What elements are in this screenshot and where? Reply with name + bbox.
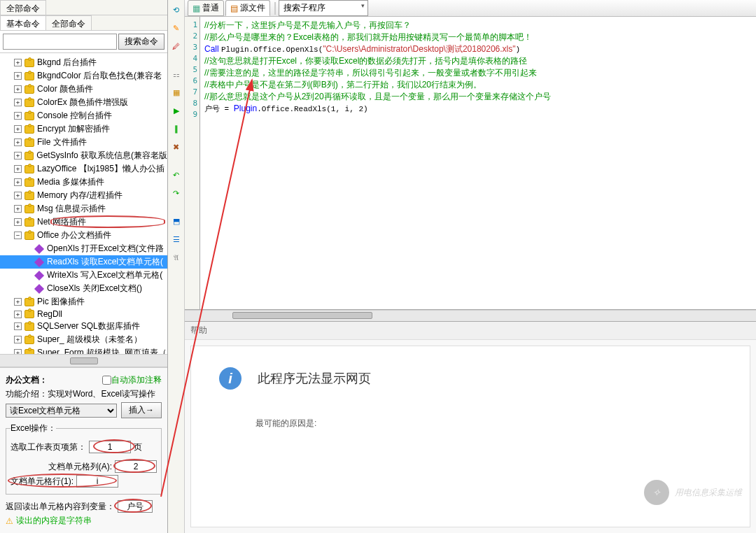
expander-icon[interactable]: + [14, 298, 22, 306]
tree-item[interactable]: +Encrypt 加解密插件 [0, 122, 167, 136]
expander-icon[interactable]: + [14, 72, 22, 80]
tree-item[interactable]: +File 文件插件 [0, 136, 167, 149]
expander-icon[interactable]: + [14, 218, 22, 226]
diamond-icon [34, 283, 44, 293]
search-input[interactable] [3, 34, 117, 50]
tree-item[interactable]: +Super_ 超级模块（未签名） [0, 333, 167, 346]
warn-icon: ⚠ [6, 516, 13, 526]
tab-all[interactable]: 全部命令 [46, 15, 92, 30]
tree-label: Bkgnd 后台插件 [37, 57, 97, 69]
expander-icon[interactable]: + [14, 336, 22, 343]
tool-5[interactable]: ▦ [169, 85, 183, 99]
expander-icon[interactable]: + [14, 322, 22, 330]
cell-col-label: 文档单元格列(A): [48, 461, 112, 473]
expander-icon[interactable]: + [14, 205, 22, 213]
tree-label: SQLServer SQL数据库插件 [37, 320, 140, 332]
tree-item[interactable]: WriteXls 写入Excel文档单元格( [0, 269, 167, 282]
help-subtitle: 最可能的原因是: [255, 418, 722, 429]
tool-7[interactable]: ∥ [169, 122, 183, 136]
tree-item[interactable]: +Net 网络插件 [0, 215, 167, 229]
tool-1[interactable]: ⟲ [169, 3, 183, 17]
vertical-toolbar: ⟲ ✎ 🖉 ⚏ ▦ ▶ ∥ ✖ ↶ ↷ ⬒ ☰ 𝔄 [168, 0, 185, 533]
puzzle-icon [24, 99, 34, 107]
tree-label: BkgndColor 后台取色找色(兼容老 [37, 70, 162, 82]
auto-comment-checkbox[interactable] [102, 376, 111, 385]
tool-6[interactable]: ▶ [169, 104, 183, 118]
tree-item[interactable]: +SQLServer SQL数据库插件 [0, 320, 167, 333]
tool-11[interactable]: 𝔄 [169, 250, 183, 264]
tool-undo[interactable]: ↶ [169, 168, 183, 182]
puzzle-icon [24, 205, 34, 213]
tree-item[interactable]: CloseXls 关闭Excel文档() [0, 282, 167, 295]
tree-item[interactable]: −Office 办公文档插件 [0, 229, 167, 242]
expander-icon[interactable]: + [14, 178, 22, 186]
cell-col-input[interactable] [115, 460, 157, 473]
expander-icon[interactable]: + [14, 165, 22, 173]
tab-basic[interactable]: 基本命令 [0, 15, 46, 30]
intro-label: 功能介绍： [6, 388, 48, 400]
tool-9[interactable]: ⬒ [169, 214, 183, 228]
tree-label: WriteXls 写入Excel文档单元格( [47, 269, 162, 281]
operation-select[interactable]: 读Excel文档单元格 [6, 404, 117, 418]
help-header: 帮助 [185, 322, 756, 340]
tree-item[interactable]: +GetSysInfo 获取系统信息(兼容老版 [0, 149, 167, 162]
tool-3[interactable]: 🖉 [169, 39, 183, 53]
puzzle-icon [24, 125, 34, 134]
puzzle-icon [24, 85, 34, 94]
help-title: 此程序无法显示网页 [258, 370, 371, 387]
tree-item[interactable]: ReadXls 读取Excel文档单元格( [0, 255, 167, 269]
tree-label: ReadXls 读取Excel文档单元格( [47, 256, 163, 268]
search-subroutine-dropdown[interactable]: 搜索子程序 [279, 0, 368, 16]
tree-item[interactable]: +LazyOffice 【lxj1985】懒人办公插 [0, 162, 167, 176]
tree-item[interactable]: +BkgndColor 后台取色找色(兼容老 [0, 69, 167, 83]
tree-item[interactable]: +Msg 信息提示插件 [0, 202, 167, 215]
tab-all-cmd-top[interactable]: 全部命令 [0, 0, 46, 15]
tab-normal[interactable]: ▦普通 [188, 0, 224, 16]
tool-8[interactable]: ✖ [169, 140, 183, 154]
tool-4[interactable]: ⚏ [169, 67, 183, 81]
return-label: 返回读出单元格内容到变量： [6, 501, 115, 513]
puzzle-icon [24, 138, 34, 147]
diamond-icon [34, 270, 44, 280]
expander-icon[interactable]: + [14, 125, 22, 133]
expander-icon[interactable]: + [14, 192, 22, 199]
tool-redo[interactable]: ↷ [169, 186, 183, 200]
expander-icon[interactable]: + [14, 138, 22, 146]
cell-row-input[interactable] [76, 475, 118, 488]
tree-label: Office 办公文档插件 [37, 229, 111, 241]
tab-source[interactable]: ▤源文件 [225, 0, 270, 16]
puzzle-icon [24, 218, 34, 227]
expander-icon[interactable]: + [14, 85, 22, 93]
expander-icon[interactable]: + [14, 59, 22, 66]
expander-icon[interactable]: + [14, 152, 22, 159]
tool-2[interactable]: ✎ [169, 21, 183, 35]
insert-button[interactable]: 插入→ [121, 402, 162, 418]
tree-item[interactable]: +RegDll [0, 308, 167, 320]
return-var-input[interactable] [118, 500, 153, 513]
expander-icon[interactable]: + [14, 311, 22, 318]
property-panel: 办公文档： 自动添加注释 功能介绍： 实现对Word、Excel读写操作 读Ex… [0, 367, 167, 533]
tree-item[interactable]: +Memory 内存/进程插件 [0, 189, 167, 202]
code-editor[interactable]: //分析一下，这里拆户号是不是先输入户号，再按回车？ //那么户号是哪里来的？E… [200, 17, 756, 309]
puzzle-icon [24, 310, 34, 318]
code-hscroll[interactable] [185, 310, 756, 321]
tool-10[interactable]: ☰ [169, 232, 183, 246]
tree-item[interactable]: +ColorEx 颜色插件增强版 [0, 96, 167, 109]
tree-item[interactable]: +Color 颜色插件 [0, 83, 167, 96]
puzzle-icon [24, 72, 34, 80]
tree-item[interactable]: +Console 控制台插件 [0, 109, 167, 122]
sheet-input[interactable] [89, 441, 131, 453]
command-tree[interactable]: +Bkgnd 后台插件+BkgndColor 后台取色找色(兼容老+Color … [0, 53, 167, 354]
expander-icon[interactable]: − [14, 232, 22, 239]
expander-icon[interactable]: + [14, 112, 22, 120]
tree-item[interactable]: +Pic 图像插件 [0, 295, 167, 308]
tree-hscroll[interactable] [0, 354, 167, 367]
expander-icon[interactable]: + [14, 349, 22, 354]
tree-item[interactable]: OpenXls 打开Excel文档(文件路 [0, 242, 167, 255]
tree-item[interactable]: +Super_Form 超级模块_网页填表（ [0, 346, 167, 354]
expander-icon[interactable]: + [14, 99, 22, 106]
tree-item[interactable]: +Bkgnd 后台插件 [0, 56, 167, 69]
search-button[interactable]: 搜索命令 [118, 34, 164, 50]
tree-label: RegDll [37, 309, 62, 319]
tree-item[interactable]: +Media 多媒体插件 [0, 176, 167, 189]
